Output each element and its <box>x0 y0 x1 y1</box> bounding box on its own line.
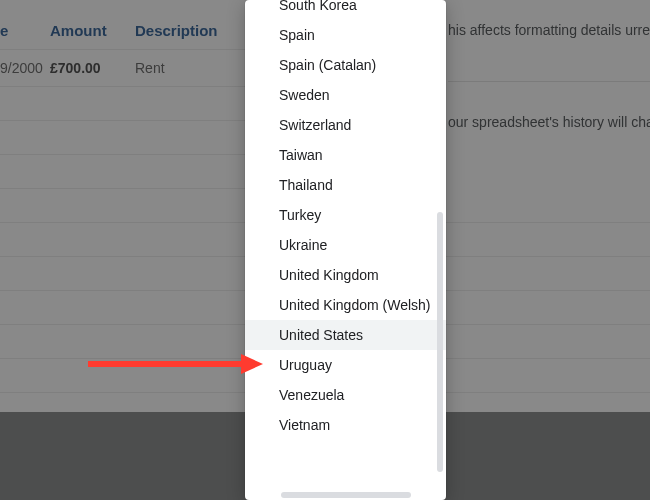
scrollbar-vertical[interactable] <box>437 212 443 472</box>
locale-dropdown[interactable]: South KoreaSpainSpain (Catalan)SwedenSwi… <box>245 0 446 500</box>
locale-option[interactable]: Sweden <box>245 80 446 110</box>
locale-option[interactable]: Turkey <box>245 200 446 230</box>
locale-option[interactable]: United Kingdom <box>245 260 446 290</box>
locale-option[interactable]: Spain (Catalan) <box>245 50 446 80</box>
locale-option[interactable]: Ukraine <box>245 230 446 260</box>
locale-option[interactable]: Spain <box>245 20 446 50</box>
locale-option[interactable]: Switzerland <box>245 110 446 140</box>
locale-option[interactable]: Venezuela <box>245 380 446 410</box>
scrollbar-horizontal[interactable] <box>281 492 411 498</box>
locale-option[interactable]: Vietnam <box>245 410 446 440</box>
locale-option[interactable]: Thailand <box>245 170 446 200</box>
locale-option[interactable]: United States <box>245 320 446 350</box>
locale-option[interactable]: United Kingdom (Welsh) <box>245 290 446 320</box>
locale-option[interactable]: Taiwan <box>245 140 446 170</box>
locale-option[interactable]: Uruguay <box>245 350 446 380</box>
locale-option[interactable]: South Korea <box>245 0 446 20</box>
